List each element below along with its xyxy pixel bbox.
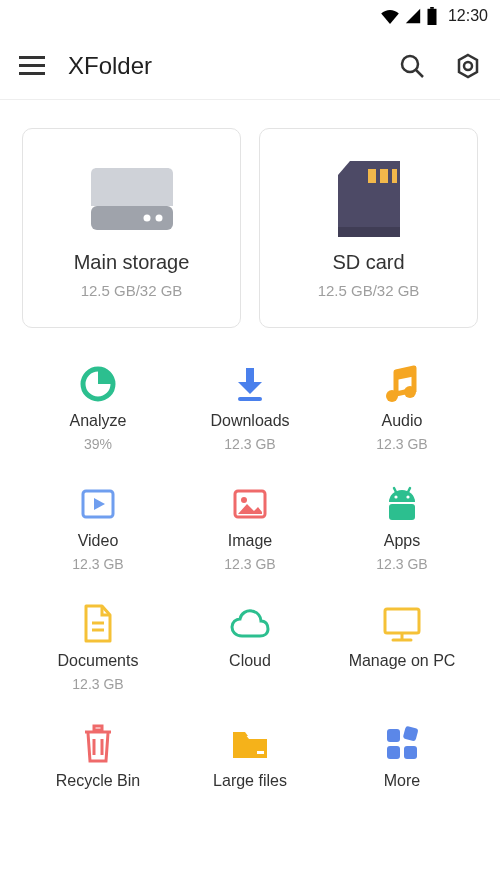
- svg-rect-2: [19, 56, 45, 59]
- analyze-icon: [78, 362, 118, 406]
- svg-marker-7: [459, 55, 477, 77]
- svg-rect-17: [238, 397, 262, 401]
- svg-point-8: [464, 62, 472, 70]
- video-button[interactable]: Video 12.3 GB: [22, 482, 174, 572]
- cat-label: Documents: [58, 652, 139, 670]
- download-icon: [230, 362, 270, 406]
- cat-label: Audio: [382, 412, 423, 430]
- svg-rect-33: [94, 726, 102, 730]
- svg-rect-40: [387, 746, 400, 759]
- cat-sub: 12.3 GB: [72, 556, 123, 572]
- app-title: XFolder: [68, 52, 376, 80]
- cloud-button[interactable]: Cloud: [174, 602, 326, 692]
- folder-icon: [229, 722, 271, 766]
- sd-card-card[interactable]: SD card 12.5 GB/32 GB: [259, 128, 478, 328]
- cat-sub: 12.3 GB: [376, 436, 427, 452]
- image-button[interactable]: Image 12.3 GB: [174, 482, 326, 572]
- cat-label: Manage on PC: [349, 652, 456, 670]
- cat-sub: 12.3 GB: [224, 556, 275, 572]
- monitor-icon: [380, 602, 424, 646]
- svg-line-6: [416, 70, 423, 77]
- svg-point-19: [404, 386, 416, 398]
- svg-rect-41: [404, 746, 417, 759]
- cat-label: More: [384, 772, 420, 790]
- svg-rect-4: [19, 72, 45, 75]
- svg-rect-25: [389, 504, 415, 520]
- svg-point-27: [406, 495, 409, 498]
- svg-rect-1: [430, 7, 434, 9]
- hard-drive-icon: [87, 157, 177, 243]
- document-icon: [80, 602, 116, 646]
- wifi-icon: [380, 8, 400, 24]
- cloud-icon: [228, 602, 272, 646]
- search-icon[interactable]: [398, 52, 426, 80]
- cat-label: Video: [78, 532, 119, 550]
- cat-label: Recycle Bin: [56, 772, 140, 790]
- cat-sub: 12.3 GB: [376, 556, 427, 572]
- svg-rect-13: [380, 169, 388, 183]
- downloads-button[interactable]: Downloads 12.3 GB: [174, 362, 326, 452]
- cat-label: Apps: [384, 532, 420, 550]
- storage-sub: 12.5 GB/32 GB: [318, 282, 420, 299]
- cellular-icon: [404, 8, 422, 24]
- svg-point-26: [394, 495, 397, 498]
- svg-point-18: [386, 390, 398, 402]
- svg-point-10: [143, 215, 150, 222]
- storage-title: SD card: [332, 251, 404, 274]
- more-grid-icon: [382, 722, 422, 766]
- clock-text: 12:30: [448, 7, 488, 25]
- analyze-button[interactable]: Analyze 39%: [22, 362, 174, 452]
- apps-button[interactable]: Apps 12.3 GB: [326, 482, 478, 572]
- storage-cards: Main storage 12.5 GB/32 GB SD card 12.5 …: [0, 100, 500, 352]
- cat-label: Downloads: [210, 412, 289, 430]
- svg-rect-39: [403, 726, 419, 742]
- svg-rect-3: [19, 64, 45, 67]
- app-bar: XFolder: [0, 32, 500, 100]
- cat-sub: 12.3 GB: [224, 436, 275, 452]
- svg-rect-38: [387, 729, 400, 742]
- image-icon: [230, 482, 270, 526]
- android-icon: [382, 482, 422, 526]
- storage-sub: 12.5 GB/32 GB: [81, 282, 183, 299]
- svg-rect-0: [427, 9, 436, 25]
- trash-icon: [80, 722, 116, 766]
- svg-rect-30: [385, 609, 419, 633]
- documents-button[interactable]: Documents 12.3 GB: [22, 602, 174, 692]
- music-icon: [382, 362, 422, 406]
- cat-label: Large files: [213, 772, 287, 790]
- sd-card-icon: [334, 157, 404, 243]
- more-button[interactable]: More: [326, 722, 478, 812]
- svg-point-5: [402, 56, 418, 72]
- main-storage-card[interactable]: Main storage 12.5 GB/32 GB: [22, 128, 241, 328]
- battery-icon: [426, 7, 438, 25]
- svg-point-11: [155, 215, 162, 222]
- cat-label: Analyze: [70, 412, 127, 430]
- svg-rect-16: [246, 368, 254, 382]
- cat-label: Image: [228, 532, 272, 550]
- large-files-button[interactable]: Large files: [174, 722, 326, 812]
- recycle-bin-button[interactable]: Recycle Bin: [22, 722, 174, 812]
- cat-label: Cloud: [229, 652, 271, 670]
- svg-rect-37: [257, 751, 264, 754]
- svg-rect-12: [368, 169, 376, 183]
- settings-icon[interactable]: [454, 52, 482, 80]
- categories-grid: Analyze 39% Downloads 12.3 GB Audio 12.3…: [0, 352, 500, 822]
- audio-button[interactable]: Audio 12.3 GB: [326, 362, 478, 452]
- storage-title: Main storage: [74, 251, 190, 274]
- manage-on-pc-button[interactable]: Manage on PC: [326, 602, 478, 692]
- cat-sub: 39%: [84, 436, 112, 452]
- status-bar: 12:30: [0, 0, 500, 32]
- menu-icon[interactable]: [18, 52, 46, 80]
- video-icon: [78, 482, 118, 526]
- cat-sub: 12.3 GB: [72, 676, 123, 692]
- svg-rect-14: [392, 169, 397, 183]
- svg-point-22: [241, 497, 247, 503]
